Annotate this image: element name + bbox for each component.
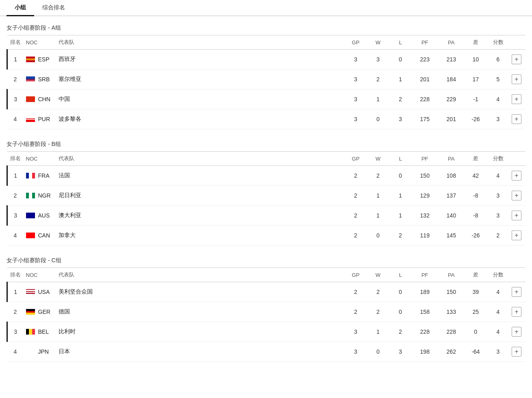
- team-name-cell: 美利坚合众国: [56, 282, 129, 302]
- diff-cell: 39: [464, 282, 487, 302]
- spacer-cell: [129, 206, 345, 226]
- groups-container: 女子小组赛阶段 - A组排名NOC代表队GPWLPFPA差分数1ESP西班牙33…: [0, 21, 532, 370]
- rank-cell: 1: [7, 282, 24, 302]
- standings-table-2: 排名NOC代表队GPWLPFPA差分数1USA美利坚合众国22018915039…: [7, 268, 525, 362]
- expand-button[interactable]: +: [512, 307, 521, 317]
- table-row: 4JPN日本303198262-643+: [7, 342, 526, 362]
- pf-cell: 228: [412, 322, 438, 342]
- score-cell: 3: [487, 186, 509, 206]
- noc-text: USA: [38, 289, 50, 295]
- table-row: 1FRA法国220150108424+: [7, 166, 526, 186]
- w-cell: 0: [367, 342, 389, 362]
- tab-group[interactable]: 小组: [7, 0, 34, 15]
- pa-cell: 150: [438, 282, 464, 302]
- expand-button[interactable]: +: [512, 74, 521, 84]
- noc-cell: USA: [24, 282, 56, 302]
- header-col-0-7: PF: [412, 35, 438, 50]
- rank-cell: 3: [7, 322, 24, 342]
- pa-cell: 262: [438, 342, 464, 362]
- table-row: 2SRB塞尔维亚321201184175+: [7, 70, 526, 89]
- header-col-2-8: PA: [438, 268, 464, 282]
- pf-cell: 201: [412, 70, 438, 89]
- pa-cell: 145: [438, 226, 464, 246]
- section-divider: [0, 246, 532, 254]
- header-col-0-5: W: [367, 35, 389, 50]
- diff-cell: -26: [464, 109, 487, 129]
- spacer-cell: [129, 302, 345, 322]
- l-cell: 1: [389, 70, 412, 89]
- header-col-2-0: 排名: [7, 268, 24, 282]
- w-cell: 0: [367, 109, 389, 129]
- team-name-cell: 塞尔维亚: [56, 70, 129, 89]
- score-cell: 3: [487, 342, 509, 362]
- rank-cell: 1: [7, 166, 24, 186]
- rank-cell: 3: [7, 89, 24, 109]
- rank-cell: 2: [7, 302, 24, 322]
- tab-overall[interactable]: 综合排名: [34, 0, 73, 15]
- team-name-cell: 比利时: [56, 322, 129, 342]
- header-col-0-3: [129, 35, 345, 50]
- expand-button[interactable]: +: [512, 287, 521, 297]
- rank-cell: 4: [7, 342, 24, 362]
- noc-cell: SRB: [24, 70, 56, 89]
- flag-icon: [26, 76, 35, 82]
- header-col-0-10: 分数: [487, 35, 509, 50]
- header-col-1-1: NOC: [24, 152, 56, 166]
- header-col-2-9: 差: [464, 268, 487, 282]
- expand-button[interactable]: +: [512, 211, 521, 220]
- expand-button[interactable]: +: [512, 347, 521, 357]
- noc-cell: FRA: [24, 166, 56, 186]
- table-row: 3AUS澳大利亚211132140-83+: [7, 206, 526, 226]
- flag-icon: [26, 116, 35, 122]
- l-cell: 2: [389, 322, 412, 342]
- flag-icon: [26, 349, 35, 355]
- w-cell: 1: [367, 89, 389, 109]
- spacer-cell: [129, 226, 345, 246]
- w-cell: 2: [367, 282, 389, 302]
- score-cell: 3: [487, 109, 509, 129]
- w-cell: 1: [367, 206, 389, 226]
- expand-button[interactable]: +: [512, 94, 521, 104]
- noc-cell: AUS: [24, 206, 56, 226]
- section-divider: [0, 129, 532, 137]
- group-table-wrapper-1: 排名NOC代表队GPWLPFPA差分数1FRA法国220150108424+2N…: [0, 151, 532, 246]
- expand-button[interactable]: +: [512, 171, 521, 181]
- score-cell: 4: [487, 166, 509, 186]
- rank-cell: 3: [7, 206, 24, 226]
- expand-button[interactable]: +: [512, 54, 521, 64]
- flag-icon: [26, 329, 35, 335]
- spacer-cell: [129, 70, 345, 89]
- expand-button[interactable]: +: [512, 191, 521, 200]
- header-col-1-9: 差: [464, 152, 487, 166]
- group-title-1: 女子小组赛阶段 - B组: [0, 137, 532, 151]
- l-cell: 3: [389, 342, 412, 362]
- standings-table-1: 排名NOC代表队GPWLPFPA差分数1FRA法国220150108424+2N…: [7, 151, 525, 246]
- diff-cell: -8: [464, 206, 487, 226]
- pa-cell: 228: [438, 322, 464, 342]
- spacer-cell: [129, 166, 345, 186]
- expand-button-cell: +: [509, 109, 525, 129]
- expand-button-cell: +: [509, 50, 525, 70]
- spacer-cell: [129, 89, 345, 109]
- noc-cell: ESP: [24, 50, 56, 70]
- expand-button[interactable]: +: [512, 114, 521, 124]
- pf-cell: 198: [412, 342, 438, 362]
- rank-cell: 2: [7, 70, 24, 89]
- header-col-1-3: [129, 152, 345, 166]
- score-cell: 5: [487, 70, 509, 89]
- l-cell: 1: [389, 206, 412, 226]
- header-col-2-7: PF: [412, 268, 438, 282]
- gp-cell: 2: [344, 186, 367, 206]
- header-col-0-11: [509, 35, 525, 50]
- header-col-1-2: 代表队: [56, 152, 129, 166]
- team-name-cell: 加拿大: [56, 226, 129, 246]
- header-col-2-5: W: [367, 268, 389, 282]
- noc-cell: GER: [24, 302, 56, 322]
- expand-button[interactable]: +: [512, 327, 521, 337]
- header-col-2-3: [129, 268, 345, 282]
- table-row: 3BEL比利时31222822804+: [7, 322, 526, 342]
- gp-cell: 2: [344, 206, 367, 226]
- rank-cell: 1: [7, 50, 24, 70]
- header-col-2-6: L: [389, 268, 412, 282]
- expand-button[interactable]: +: [512, 231, 521, 240]
